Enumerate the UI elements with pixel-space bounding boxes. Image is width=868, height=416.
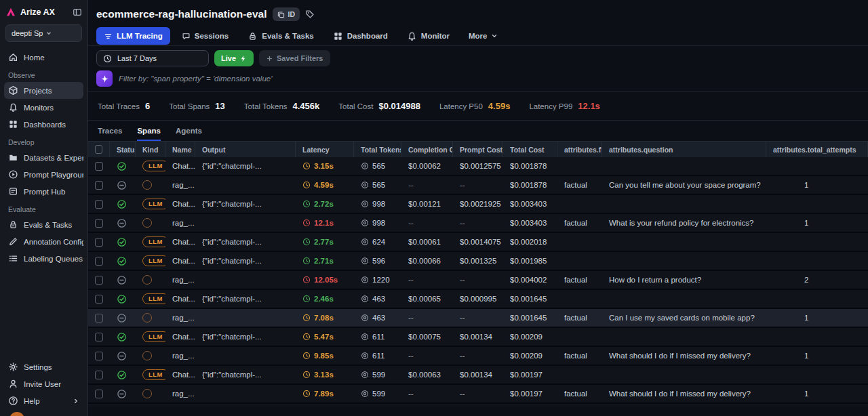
span-name[interactable]: Chat... bbox=[172, 200, 195, 208]
select-all-checkbox[interactable] bbox=[95, 145, 102, 154]
cell-select[interactable] bbox=[88, 271, 110, 289]
table-row[interactable]: LLMChat...{"id":"chatcmpl-...2.46s463$0.… bbox=[88, 290, 868, 309]
column-header-total_cost[interactable]: Total Cost bbox=[503, 142, 557, 157]
span-name[interactable]: rag_... bbox=[172, 390, 195, 398]
row-checkbox[interactable] bbox=[95, 257, 103, 266]
time-range-picker[interactable]: Last 7 Days bbox=[96, 50, 209, 66]
column-header-tokens[interactable]: Total Tokens bbox=[354, 142, 401, 157]
cell-select[interactable] bbox=[88, 214, 110, 232]
tag-icon[interactable] bbox=[305, 9, 315, 19]
table-row[interactable]: rag_...12.1s998----$0.003403factualWhat … bbox=[88, 214, 868, 233]
span-name[interactable]: rag_... bbox=[172, 181, 195, 189]
cell-select[interactable] bbox=[88, 252, 110, 270]
span-name[interactable]: rag_... bbox=[172, 219, 195, 227]
span-name[interactable]: rag_... bbox=[172, 276, 195, 284]
cell-select[interactable] bbox=[88, 290, 110, 308]
live-button[interactable]: Live bbox=[214, 50, 254, 66]
column-header-name[interactable]: Name bbox=[165, 142, 195, 157]
column-header-final_label[interactable]: attributes.final_la bbox=[557, 142, 602, 157]
table-row[interactable]: LLMChat...{"id":"chatcmpl-...3.13s599$0.… bbox=[88, 366, 868, 385]
cell-select[interactable] bbox=[88, 195, 110, 213]
span-name[interactable]: Chat... bbox=[172, 371, 195, 379]
sidebar-item-labeling-queues[interactable]: Labeling Queues bbox=[4, 250, 83, 267]
clock-icon bbox=[103, 54, 112, 63]
table-row[interactable]: rag_...7.08s463----$0.001645factualCan I… bbox=[88, 309, 868, 328]
space-selector[interactable]: deepti Space bbox=[5, 24, 82, 42]
row-checkbox[interactable] bbox=[95, 371, 103, 379]
row-checkbox[interactable] bbox=[95, 181, 103, 190]
table-row[interactable]: LLMChat...{"id":"chatcmpl-...2.72s998$0.… bbox=[88, 195, 868, 214]
row-checkbox[interactable] bbox=[95, 200, 103, 209]
sidebar-item-annotation-configs[interactable]: Annotation Configs bbox=[4, 233, 83, 250]
table-row[interactable]: rag_...4.59s565----$0.001878factualCan y… bbox=[88, 176, 868, 195]
column-header-attempts[interactable]: attributes.total_attempts bbox=[766, 142, 868, 157]
row-checkbox[interactable] bbox=[95, 295, 103, 304]
sidebar-item-evals-tasks[interactable]: Evals & Tasks bbox=[4, 216, 83, 233]
nav-sessions[interactable]: Sessions bbox=[174, 27, 237, 45]
sidebar-item-help[interactable]: Help bbox=[4, 392, 83, 409]
table-row[interactable]: LLMChat...{"id":"chatcmpl-...2.71s596$0.… bbox=[88, 252, 868, 271]
row-checkbox[interactable] bbox=[95, 314, 103, 323]
column-header-latency[interactable]: Latency bbox=[296, 142, 354, 157]
filter-search-input[interactable] bbox=[119, 75, 860, 83]
table-row[interactable]: LLMChat...{"id":"chatcmpl-...3.15s565$0.… bbox=[88, 157, 868, 176]
span-name[interactable]: Chat... bbox=[172, 295, 195, 303]
sidebar-item-prompt-hub[interactable]: Prompt Hub bbox=[4, 183, 83, 200]
column-header-kind[interactable]: Kind bbox=[136, 142, 165, 157]
nav-llm-tracing[interactable]: LLM Tracing bbox=[96, 27, 170, 45]
tab-traces[interactable]: Traces bbox=[98, 127, 122, 141]
user-avatar[interactable] bbox=[9, 412, 24, 416]
table-row[interactable]: rag_...9.85s611----$0.00209factualWhat s… bbox=[88, 347, 868, 366]
table-row[interactable]: LLMChat...{"id":"chatcmpl-...2.77s624$0.… bbox=[88, 233, 868, 252]
span-name[interactable]: rag_... bbox=[172, 352, 195, 360]
row-checkbox[interactable] bbox=[95, 333, 103, 341]
span-name[interactable]: Chat... bbox=[172, 162, 195, 170]
cell-select[interactable] bbox=[88, 385, 110, 402]
cell-select[interactable] bbox=[88, 366, 110, 383]
column-header-question[interactable]: attributes.question bbox=[602, 142, 766, 157]
saved-filters-button[interactable]: Saved Filters bbox=[259, 50, 330, 66]
sidebar-item-datasets-experiments[interactable]: Datasets & Experiments bbox=[4, 149, 83, 166]
cell-select[interactable] bbox=[88, 328, 110, 346]
sidebar-item-invite-user[interactable]: Invite User bbox=[4, 375, 83, 392]
table-row[interactable]: LLMChat...{"id":"chatcmpl-...5.47s611$0.… bbox=[88, 328, 868, 347]
span-name[interactable]: Chat... bbox=[172, 333, 195, 341]
sidebar-collapse-icon[interactable] bbox=[73, 7, 82, 17]
sidebar-item-dashboards[interactable]: Dashboards bbox=[4, 116, 83, 133]
row-checkbox[interactable] bbox=[95, 162, 103, 171]
copilot-icon[interactable] bbox=[96, 70, 113, 87]
nav-monitor[interactable]: Monitor bbox=[399, 27, 457, 45]
span-name[interactable]: Chat... bbox=[172, 257, 195, 265]
cell-select[interactable] bbox=[88, 157, 110, 175]
table-row[interactable]: rag_...12.05s1220----$0.004002factualHow… bbox=[88, 271, 868, 290]
cell-select[interactable] bbox=[88, 233, 110, 251]
nav-evals-tasks[interactable]: Evals & Tasks bbox=[240, 27, 321, 45]
sidebar-item-prompt-playground[interactable]: Prompt Playground bbox=[4, 166, 83, 183]
sidebar-item-monitors[interactable]: Monitors bbox=[4, 99, 83, 116]
column-header-status[interactable]: Status bbox=[110, 142, 136, 157]
cell-select[interactable] bbox=[88, 176, 110, 194]
row-checkbox[interactable] bbox=[95, 390, 103, 398]
row-checkbox[interactable] bbox=[95, 238, 103, 247]
tab-agents[interactable]: Agents bbox=[176, 127, 202, 141]
sidebar-item-home[interactable]: Home bbox=[4, 49, 83, 66]
column-header-output[interactable]: Output bbox=[195, 142, 296, 157]
column-header-completion_cost[interactable]: Completion Cost bbox=[401, 142, 453, 157]
latency-value: 7.08s bbox=[302, 314, 334, 322]
cell-select[interactable] bbox=[88, 347, 110, 365]
row-checkbox[interactable] bbox=[95, 219, 103, 228]
span-name[interactable]: rag_... bbox=[172, 314, 195, 322]
column-header-prompt_cost[interactable]: Prompt Cost bbox=[453, 142, 503, 157]
nav-dashboard[interactable]: Dashboard bbox=[326, 27, 395, 45]
kind-chain-icon bbox=[142, 180, 152, 190]
tab-spans[interactable]: Spans bbox=[137, 127, 161, 141]
cell-select[interactable] bbox=[88, 309, 110, 327]
table-row[interactable]: rag_...7.89s599----$0.00197factualWhat s… bbox=[88, 385, 868, 404]
nav-more[interactable]: More bbox=[461, 27, 505, 45]
span-name[interactable]: Chat... bbox=[172, 238, 195, 246]
copy-id-badge[interactable]: ID bbox=[273, 7, 300, 21]
row-checkbox[interactable] bbox=[95, 352, 103, 360]
sidebar-item-projects[interactable]: Projects bbox=[4, 82, 83, 99]
row-checkbox[interactable] bbox=[95, 276, 103, 285]
sidebar-item-settings[interactable]: Settings bbox=[4, 358, 83, 375]
